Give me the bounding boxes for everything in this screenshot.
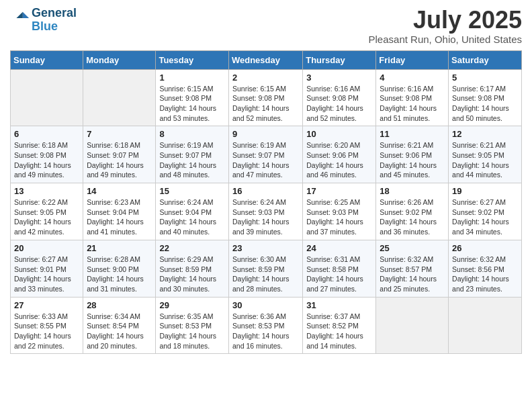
day-info: Sunrise: 6:19 AM Sunset: 9:07 PM Dayligh… (159, 140, 225, 180)
svg-marker-1 (16, 12, 22, 18)
day-header-saturday: Saturday (449, 50, 522, 69)
day-header-monday: Monday (83, 50, 156, 69)
day-header-wednesday: Wednesday (228, 50, 302, 69)
day-info: Sunrise: 6:26 AM Sunset: 9:02 PM Dayligh… (380, 197, 445, 237)
calendar-day: 13Sunrise: 6:22 AM Sunset: 9:05 PM Dayli… (11, 183, 83, 240)
day-number: 11 (380, 129, 445, 139)
calendar-day: 2Sunrise: 6:15 AM Sunset: 9:08 PM Daylig… (228, 69, 302, 126)
calendar-week-2: 6Sunrise: 6:18 AM Sunset: 9:08 PM Daylig… (11, 126, 522, 183)
calendar-day: 31Sunrise: 6:37 AM Sunset: 8:52 PM Dayli… (303, 297, 376, 354)
day-info: Sunrise: 6:16 AM Sunset: 9:08 PM Dayligh… (306, 84, 372, 124)
calendar-day: 1Sunrise: 6:15 AM Sunset: 9:08 PM Daylig… (156, 69, 229, 126)
calendar-week-3: 13Sunrise: 6:22 AM Sunset: 9:05 PM Dayli… (11, 183, 522, 240)
calendar-day: 29Sunrise: 6:35 AM Sunset: 8:53 PM Dayli… (156, 297, 229, 354)
day-number: 19 (452, 186, 518, 196)
day-number: 28 (87, 300, 152, 310)
day-info: Sunrise: 6:18 AM Sunset: 9:07 PM Dayligh… (87, 140, 152, 180)
calendar-day: 11Sunrise: 6:21 AM Sunset: 9:06 PM Dayli… (376, 126, 449, 183)
day-info: Sunrise: 6:35 AM Sunset: 8:53 PM Dayligh… (159, 312, 225, 351)
calendar-day: 16Sunrise: 6:24 AM Sunset: 9:03 PM Dayli… (228, 183, 302, 240)
calendar-day (83, 69, 156, 126)
calendar-day: 27Sunrise: 6:33 AM Sunset: 8:55 PM Dayli… (11, 297, 83, 354)
day-number: 17 (306, 186, 372, 196)
day-info: Sunrise: 6:15 AM Sunset: 9:08 PM Dayligh… (232, 84, 299, 124)
calendar-day: 30Sunrise: 6:36 AM Sunset: 8:53 PM Dayli… (228, 297, 302, 354)
day-number: 16 (232, 186, 299, 196)
day-info: Sunrise: 6:33 AM Sunset: 8:55 PM Dayligh… (14, 312, 79, 351)
day-header-sunday: Sunday (11, 50, 83, 69)
day-info: Sunrise: 6:27 AM Sunset: 9:01 PM Dayligh… (14, 255, 79, 294)
calendar-week-5: 27Sunrise: 6:33 AM Sunset: 8:55 PM Dayli… (11, 297, 522, 354)
calendar-day: 15Sunrise: 6:24 AM Sunset: 9:04 PM Dayli… (156, 183, 229, 240)
day-info: Sunrise: 6:28 AM Sunset: 9:00 PM Dayligh… (87, 255, 152, 294)
day-info: Sunrise: 6:34 AM Sunset: 8:54 PM Dayligh… (87, 312, 152, 351)
logo: General Blue (10, 7, 77, 34)
day-info: Sunrise: 6:36 AM Sunset: 8:53 PM Dayligh… (232, 312, 299, 351)
day-number: 31 (306, 300, 372, 310)
day-number: 12 (452, 129, 518, 139)
calendar-header: SundayMondayTuesdayWednesdayThursdayFrid… (11, 50, 522, 69)
calendar-week-4: 20Sunrise: 6:27 AM Sunset: 9:01 PM Dayli… (11, 240, 522, 297)
calendar-day: 19Sunrise: 6:27 AM Sunset: 9:02 PM Dayli… (449, 183, 522, 240)
calendar-day (376, 297, 449, 354)
day-header-tuesday: Tuesday (156, 50, 229, 69)
day-number: 5 (452, 73, 518, 83)
day-header-thursday: Thursday (303, 50, 376, 69)
calendar-day: 17Sunrise: 6:25 AM Sunset: 9:03 PM Dayli… (303, 183, 376, 240)
logo-text-line1: General (32, 7, 77, 20)
calendar-day: 12Sunrise: 6:21 AM Sunset: 9:05 PM Dayli… (449, 126, 522, 183)
calendar-day: 21Sunrise: 6:28 AM Sunset: 9:00 PM Dayli… (83, 240, 156, 297)
calendar-day: 20Sunrise: 6:27 AM Sunset: 9:01 PM Dayli… (11, 240, 83, 297)
day-info: Sunrise: 6:22 AM Sunset: 9:05 PM Dayligh… (14, 197, 79, 237)
day-number: 1 (159, 73, 225, 83)
day-number: 14 (87, 186, 152, 196)
day-number: 25 (380, 243, 445, 253)
day-info: Sunrise: 6:29 AM Sunset: 8:59 PM Dayligh… (159, 255, 225, 294)
day-number: 7 (87, 129, 152, 139)
day-info: Sunrise: 6:32 AM Sunset: 8:56 PM Dayligh… (452, 255, 518, 294)
day-info: Sunrise: 6:20 AM Sunset: 9:06 PM Dayligh… (306, 140, 372, 180)
calendar-day: 18Sunrise: 6:26 AM Sunset: 9:02 PM Dayli… (376, 183, 449, 240)
page-header: General Blue July 2025 Pleasant Run, Ohi… (10, 7, 522, 45)
day-number: 24 (306, 243, 372, 253)
day-number: 9 (232, 129, 299, 139)
calendar-day: 4Sunrise: 6:16 AM Sunset: 9:08 PM Daylig… (376, 69, 449, 126)
calendar-day: 8Sunrise: 6:19 AM Sunset: 9:07 PM Daylig… (156, 126, 229, 183)
day-info: Sunrise: 6:18 AM Sunset: 9:08 PM Dayligh… (14, 140, 79, 180)
day-info: Sunrise: 6:15 AM Sunset: 9:08 PM Dayligh… (159, 84, 225, 124)
day-info: Sunrise: 6:37 AM Sunset: 8:52 PM Dayligh… (306, 312, 372, 351)
day-number: 27 (14, 300, 79, 310)
day-info: Sunrise: 6:23 AM Sunset: 9:04 PM Dayligh… (87, 197, 152, 237)
day-number: 18 (380, 186, 445, 196)
logo-icon (11, 9, 30, 28)
calendar-day: 22Sunrise: 6:29 AM Sunset: 8:59 PM Dayli… (156, 240, 229, 297)
day-info: Sunrise: 6:31 AM Sunset: 8:58 PM Dayligh… (306, 255, 372, 294)
day-info: Sunrise: 6:25 AM Sunset: 9:03 PM Dayligh… (306, 197, 372, 237)
svg-marker-0 (23, 12, 29, 18)
day-info: Sunrise: 6:24 AM Sunset: 9:03 PM Dayligh… (232, 197, 299, 237)
day-number: 29 (159, 300, 225, 310)
day-number: 22 (159, 243, 225, 253)
calendar-day (449, 297, 522, 354)
day-info: Sunrise: 6:30 AM Sunset: 8:59 PM Dayligh… (232, 255, 299, 294)
day-info: Sunrise: 6:17 AM Sunset: 9:08 PM Dayligh… (452, 84, 518, 124)
day-number: 4 (380, 73, 445, 83)
calendar-day: 23Sunrise: 6:30 AM Sunset: 8:59 PM Dayli… (228, 240, 302, 297)
calendar-day (11, 69, 83, 126)
calendar-day: 26Sunrise: 6:32 AM Sunset: 8:56 PM Dayli… (449, 240, 522, 297)
day-number: 21 (87, 243, 152, 253)
calendar-day: 10Sunrise: 6:20 AM Sunset: 9:06 PM Dayli… (303, 126, 376, 183)
day-info: Sunrise: 6:21 AM Sunset: 9:06 PM Dayligh… (380, 140, 445, 180)
day-number: 15 (159, 186, 225, 196)
month-year-title: July 2025 (369, 7, 522, 34)
calendar-week-1: 1Sunrise: 6:15 AM Sunset: 9:08 PM Daylig… (11, 69, 522, 126)
calendar-day: 3Sunrise: 6:16 AM Sunset: 9:08 PM Daylig… (303, 69, 376, 126)
day-number: 3 (306, 73, 372, 83)
day-number: 13 (14, 186, 79, 196)
calendar-table: SundayMondayTuesdayWednesdayThursdayFrid… (10, 50, 522, 355)
day-info: Sunrise: 6:24 AM Sunset: 9:04 PM Dayligh… (159, 197, 225, 237)
calendar-day: 14Sunrise: 6:23 AM Sunset: 9:04 PM Dayli… (83, 183, 156, 240)
day-header-friday: Friday (376, 50, 449, 69)
day-number: 8 (159, 129, 225, 139)
calendar-day: 6Sunrise: 6:18 AM Sunset: 9:08 PM Daylig… (11, 126, 83, 183)
